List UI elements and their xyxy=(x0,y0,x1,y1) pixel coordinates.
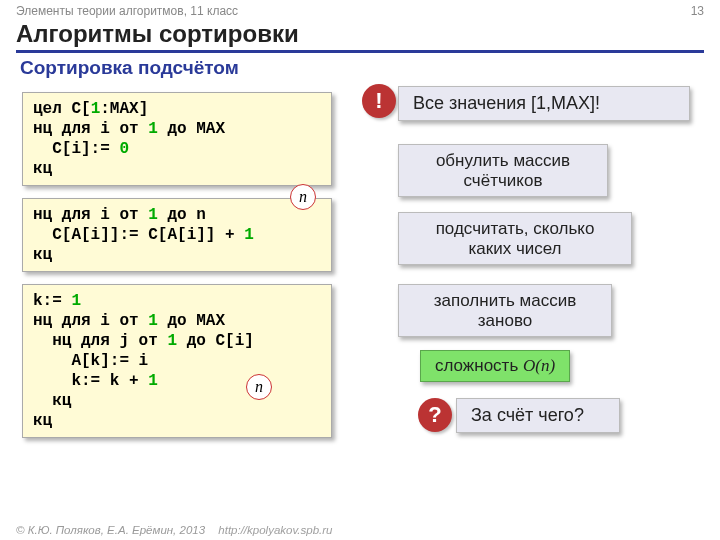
num: 1 xyxy=(148,120,158,138)
complexity-label: сложность xyxy=(435,356,523,375)
code-text: C[A[i]]:= C[A[i]] + xyxy=(33,226,244,244)
kw: нц для i от xyxy=(33,312,148,330)
content-area: цел C[1:MAX] нц для i от 1 до MAX C[i]:=… xyxy=(0,92,720,502)
code-text: C[i]:= xyxy=(33,140,119,158)
note-range: Все значения [1,MAX]! xyxy=(398,86,690,121)
kw: до C[i] xyxy=(177,332,254,350)
num: 1 xyxy=(148,372,158,390)
question-badge: ? xyxy=(418,398,452,432)
kw: кц xyxy=(33,412,52,430)
num: 1 xyxy=(91,100,101,118)
kw: до n xyxy=(158,206,206,224)
code-text: k:= k + xyxy=(33,372,148,390)
code-text: k:= xyxy=(33,292,71,310)
exclaim-badge: ! xyxy=(362,84,396,118)
n-badge-1: n xyxy=(290,184,316,210)
n-badge-2: n xyxy=(246,374,272,400)
title-rule xyxy=(16,50,704,53)
note-count: подсчитать, сколько каких чисел xyxy=(398,212,632,265)
num: 0 xyxy=(119,140,129,158)
kw: нц для i от xyxy=(33,120,148,138)
code-block-2: нц для i от 1 до n C[A[i]]:= C[A[i]] + 1… xyxy=(22,198,332,272)
num: 1 xyxy=(244,226,254,244)
kw: кц xyxy=(33,246,52,264)
note-complexity: сложность O(n) xyxy=(420,350,570,382)
num: 1 xyxy=(71,292,81,310)
copyright: © К.Ю. Поляков, Е.А. Ерёмин, 2013 xyxy=(16,524,205,536)
kw: нц для j от xyxy=(33,332,167,350)
kw: до MAX xyxy=(158,312,225,330)
subtitle: Сортировка подсчётом xyxy=(0,55,720,83)
note-fill: заполнить массив заново xyxy=(398,284,612,337)
code-block-3: k:= 1 нц для i от 1 до MAX нц для j от 1… xyxy=(22,284,332,438)
num: 1 xyxy=(148,206,158,224)
kw: нц для i от xyxy=(33,206,148,224)
code-text: A[k]:= i xyxy=(33,352,148,370)
note-why: За счёт чего? xyxy=(456,398,620,433)
footer-url: http://kpolyakov.spb.ru xyxy=(218,524,332,536)
course-label: Элементы теории алгоритмов, 11 класс xyxy=(16,4,238,18)
code-text: :MAX] xyxy=(100,100,148,118)
kw: кц xyxy=(33,160,52,178)
footer: © К.Ю. Поляков, Е.А. Ерёмин, 2013 http:/… xyxy=(16,524,333,536)
num: 1 xyxy=(148,312,158,330)
code-block-1: цел C[1:MAX] нц для i от 1 до MAX C[i]:=… xyxy=(22,92,332,186)
code-text: C[ xyxy=(62,100,91,118)
kw: до MAX xyxy=(158,120,225,138)
num: 1 xyxy=(167,332,177,350)
kw: цел xyxy=(33,100,62,118)
header-bar: Элементы теории алгоритмов, 11 класс 13 xyxy=(0,0,720,20)
note-zero: обнулить массив счётчиков xyxy=(398,144,608,197)
complexity-O: O xyxy=(523,356,535,375)
page-number: 13 xyxy=(691,4,704,18)
complexity-n: (n) xyxy=(535,356,555,375)
page-title: Алгоритмы сортировки xyxy=(0,20,720,50)
kw: кц xyxy=(33,392,71,410)
